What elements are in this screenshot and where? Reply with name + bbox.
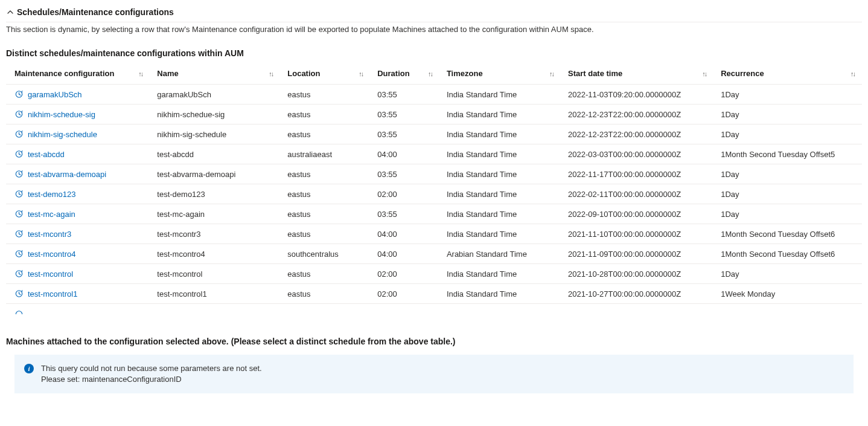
schedules-table-wrapper: Maintenance configuration↑↓ Name↑↓ Locat… xyxy=(6,64,862,317)
cell-location: eastus xyxy=(280,204,370,224)
col-header-name[interactable]: Name↑↓ xyxy=(150,64,280,85)
info-icon: i xyxy=(24,364,34,373)
table-row[interactable]: test-mc-againtest-mc-againeastus03:55Ind… xyxy=(6,204,862,224)
maintenance-config-link[interactable]: test-demo123 xyxy=(28,190,76,199)
col-header-start-date-time[interactable]: Start date time↑↓ xyxy=(561,64,713,85)
cell-start: 2022-09-10T00:00:00.0000000Z xyxy=(561,204,713,224)
col-header-maintenance-config[interactable]: Maintenance configuration↑↓ xyxy=(6,64,150,85)
maintenance-config-link[interactable]: test-mcontrol xyxy=(28,269,73,279)
table-row[interactable]: nikhim-sig-schedulenikhim-sig-scheduleea… xyxy=(6,124,862,144)
cell-name: test-mcontrol xyxy=(150,264,280,284)
table-row[interactable]: test-abvarma-demoapitest-abvarma-demoapi… xyxy=(6,164,862,184)
sort-icon: ↑↓ xyxy=(850,70,855,77)
cell-location: eastus xyxy=(280,284,370,304)
maintenance-config-icon xyxy=(14,289,24,299)
maintenance-config-link[interactable]: nikhim-sig-schedule xyxy=(28,130,97,139)
cell-name: test-demo123 xyxy=(150,184,280,204)
maintenance-config-link[interactable]: test-abvarma-demoapi xyxy=(28,170,106,179)
maintenance-config-icon xyxy=(14,89,24,99)
sort-icon: ↑↓ xyxy=(269,70,273,77)
cell-start: 2022-12-23T22:00:00.0000000Z xyxy=(561,105,713,124)
cell-name: test-abcdd xyxy=(150,144,280,164)
cell-duration: 04:00 xyxy=(370,144,439,164)
table-row[interactable]: test-mcontrol1test-mcontrol1eastus02:00I… xyxy=(6,284,862,304)
cell-location: eastus xyxy=(280,184,370,204)
cell-location: southcentralus xyxy=(280,244,370,264)
table-row[interactable]: test-mcontr3test-mcontr3eastus04:00India… xyxy=(6,224,862,244)
cell-location: eastus xyxy=(280,264,370,284)
cell-name: nikhim-sig-schedule xyxy=(150,124,280,144)
cell-location: eastus xyxy=(280,224,370,244)
cell-recurrence: 1Month Second Tuesday Offset6 xyxy=(713,224,862,244)
sort-icon: ↑↓ xyxy=(549,70,554,77)
info-line-1: This query could not run because some pa… xyxy=(41,363,262,374)
cell-duration: 03:55 xyxy=(370,85,439,105)
cell-timezone: India Standard Time xyxy=(439,184,561,204)
table-row[interactable]: test-demo123test-demo123eastus02:00India… xyxy=(6,184,862,204)
cell-timezone: India Standard Time xyxy=(439,224,561,244)
cell-start: 2022-11-17T00:00:00.0000000Z xyxy=(561,164,713,184)
cell-name: test-mcontr3 xyxy=(150,224,280,244)
col-header-duration[interactable]: Duration↑↓ xyxy=(370,64,439,85)
cell-duration: 02:00 xyxy=(370,264,439,284)
maintenance-config-icon xyxy=(14,249,24,259)
info-box: i This query could not run because some … xyxy=(14,355,854,393)
cell-timezone: Arabian Standard Time xyxy=(439,244,561,264)
cell-recurrence: 1Day xyxy=(713,105,862,124)
maintenance-config-icon xyxy=(14,149,24,159)
col-header-label: Start date time xyxy=(568,69,622,78)
table-row[interactable]: garamakUbSchgaramakUbScheastus03:55India… xyxy=(6,85,862,105)
maintenance-config-link[interactable]: test-mcontrol1 xyxy=(28,289,77,299)
maintenance-config-icon xyxy=(14,229,24,239)
maintenance-config-icon xyxy=(14,129,24,139)
cell-name: garamakUbSch xyxy=(150,85,280,105)
col-header-location[interactable]: Location↑↓ xyxy=(280,64,370,85)
section-description: This section is dynamic, by selecting a … xyxy=(6,22,862,34)
cell-start: 2021-11-10T00:00:00.0000000Z xyxy=(561,224,713,244)
cell-duration: 03:55 xyxy=(370,204,439,224)
cell-name: test-mcontrol1 xyxy=(150,284,280,304)
sort-icon: ↑↓ xyxy=(359,70,363,77)
cell-timezone: India Standard Time xyxy=(439,204,561,224)
cell-duration: 04:00 xyxy=(370,224,439,244)
cell-start: 2022-11-03T09:20:00.0000000Z xyxy=(561,85,713,105)
cell-start: 2022-03-03T00:00:00.0000000Z xyxy=(561,144,713,164)
maintenance-config-icon xyxy=(14,169,24,179)
cell-recurrence: 1Day xyxy=(713,264,862,284)
col-header-label: Maintenance configuration xyxy=(14,69,114,78)
maintenance-config-icon xyxy=(14,269,24,279)
col-header-recurrence[interactable]: Recurrence↑↓ xyxy=(713,64,862,85)
cell-recurrence: 1Day xyxy=(713,164,862,184)
cell-timezone: India Standard Time xyxy=(439,124,561,144)
maintenance-config-link[interactable]: garamakUbSch xyxy=(28,90,82,99)
cell-name: nikhim-schedue-sig xyxy=(150,105,280,124)
table-row[interactable]: test-mcontroltest-mcontroleastus02:00Ind… xyxy=(6,264,862,284)
cell-duration: 02:00 xyxy=(370,184,439,204)
cell-timezone: India Standard Time xyxy=(439,164,561,184)
maintenance-config-link[interactable]: test-mcontr3 xyxy=(28,230,71,239)
cell-location: eastus xyxy=(280,124,370,144)
cell-duration: 03:55 xyxy=(370,164,439,184)
col-header-label: Recurrence xyxy=(721,69,764,78)
table-row[interactable]: test-mcontro4test-mcontro4southcentralus… xyxy=(6,244,862,264)
info-text: This query could not run because some pa… xyxy=(41,363,262,385)
col-header-timezone[interactable]: Timezone↑↓ xyxy=(439,64,561,85)
maintenance-config-icon xyxy=(14,209,24,219)
maintenance-config-link[interactable]: test-mc-again xyxy=(28,210,75,219)
section-collapse-toggle[interactable]: Schedules/Maintenance configurations xyxy=(6,5,862,19)
table-row[interactable]: test-abcddtest-abcddaustraliaeast04:00In… xyxy=(6,144,862,164)
maintenance-config-link[interactable]: test-abcdd xyxy=(28,150,65,159)
maintenance-config-icon xyxy=(14,308,24,317)
maintenance-config-link[interactable]: nikhim-schedue-sig xyxy=(28,110,95,119)
col-header-label: Duration xyxy=(377,69,409,78)
sub-heading: Distinct schedules/maintenance configura… xyxy=(6,34,862,64)
cell-duration: 03:55 xyxy=(370,105,439,124)
col-header-label: Location xyxy=(287,69,320,78)
cell-recurrence: 1Day xyxy=(713,204,862,224)
maintenance-config-link[interactable]: test-mcontro4 xyxy=(28,250,75,259)
cell-recurrence: 1Week Monday xyxy=(713,284,862,304)
cell-location: eastus xyxy=(280,105,370,124)
table-row[interactable]: nikhim-schedue-signikhim-schedue-sigeast… xyxy=(6,105,862,124)
table-row[interactable] xyxy=(6,304,862,318)
cell-location: eastus xyxy=(280,85,370,105)
